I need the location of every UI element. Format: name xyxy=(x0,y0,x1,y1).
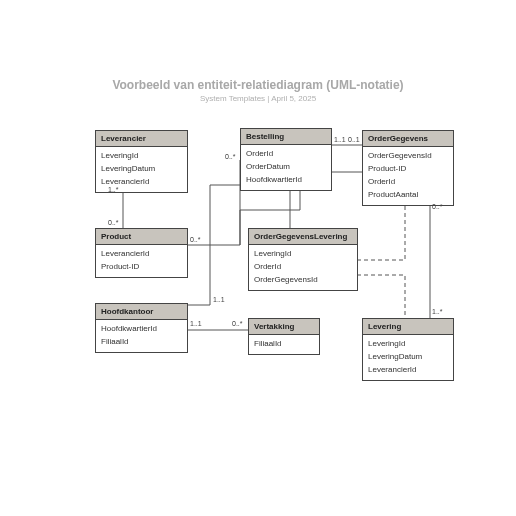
multiplicity-label: 1..1 xyxy=(190,320,202,327)
entity-levering: Levering LeveringId LeveringDatum Levera… xyxy=(362,318,454,381)
entity-hoofdkantoor: Hoofdkantoor HoofdkwartierId FiliaalId xyxy=(95,303,188,353)
entity-attr: OrderId xyxy=(368,175,448,188)
entity-bestelling: Bestelling OrderId OrderDatum Hoofdkwart… xyxy=(240,128,332,191)
entity-product: Product LeverancierId Product-ID xyxy=(95,228,188,278)
diagram-canvas: Leverancier LeveringId LeveringDatum Lev… xyxy=(0,0,516,516)
entity-attr: Product-ID xyxy=(101,260,182,273)
entity-attr: HoofdkwartierId xyxy=(246,173,326,186)
entity-header: Levering xyxy=(363,319,453,335)
entity-leverancier: Leverancier LeveringId LeveringDatum Lev… xyxy=(95,130,188,193)
multiplicity-label: 1..* xyxy=(108,186,119,193)
entity-attr: LeveringId xyxy=(101,149,182,162)
entity-attr: Product-ID xyxy=(368,162,448,175)
entity-attr: OrderId xyxy=(246,147,326,160)
entity-header: Leverancier xyxy=(96,131,187,147)
entity-header: Bestelling xyxy=(241,129,331,145)
multiplicity-label: 0..* xyxy=(432,203,443,210)
entity-attr: HoofdkwartierId xyxy=(101,322,182,335)
entity-header: OrderGegevens xyxy=(363,131,453,147)
entity-attr: OrderDatum xyxy=(246,160,326,173)
entity-attr: LeveringId xyxy=(368,337,448,350)
multiplicity-label: 1..1 xyxy=(334,136,346,143)
entity-attr: FiliaalId xyxy=(254,337,314,350)
entity-ordergegevens: OrderGegevens OrderGegevensId Product-ID… xyxy=(362,130,454,206)
multiplicity-label: 0..1 xyxy=(348,136,360,143)
multiplicity-label: 0..* xyxy=(232,320,243,327)
entity-attr: FiliaalId xyxy=(101,335,182,348)
entity-attr: OrderId xyxy=(254,260,352,273)
entity-attr: LeveringDatum xyxy=(101,162,182,175)
multiplicity-label: 0..* xyxy=(108,219,119,226)
entity-header: Vertakking xyxy=(249,319,319,335)
multiplicity-label: 0..* xyxy=(225,153,236,160)
entity-attr: LeverancierId xyxy=(368,363,448,376)
entity-attr: LeveringDatum xyxy=(368,350,448,363)
entity-attr: LeveringId xyxy=(254,247,352,260)
multiplicity-label: 1..1 xyxy=(213,296,225,303)
entity-attr: ProductAantal xyxy=(368,188,448,201)
entity-attr: OrderGegevensId xyxy=(368,149,448,162)
entity-header: Hoofdkantoor xyxy=(96,304,187,320)
entity-attr: LeverancierId xyxy=(101,247,182,260)
entity-header: OrderGegevensLevering xyxy=(249,229,357,245)
entity-ordergegevenslevering: OrderGegevensLevering LeveringId OrderId… xyxy=(248,228,358,291)
entity-vertakking: Vertakking FiliaalId xyxy=(248,318,320,355)
multiplicity-label: 0..* xyxy=(190,236,201,243)
multiplicity-label: 1..* xyxy=(432,308,443,315)
entity-header: Product xyxy=(96,229,187,245)
entity-attr: OrderGegevensId xyxy=(254,273,352,286)
